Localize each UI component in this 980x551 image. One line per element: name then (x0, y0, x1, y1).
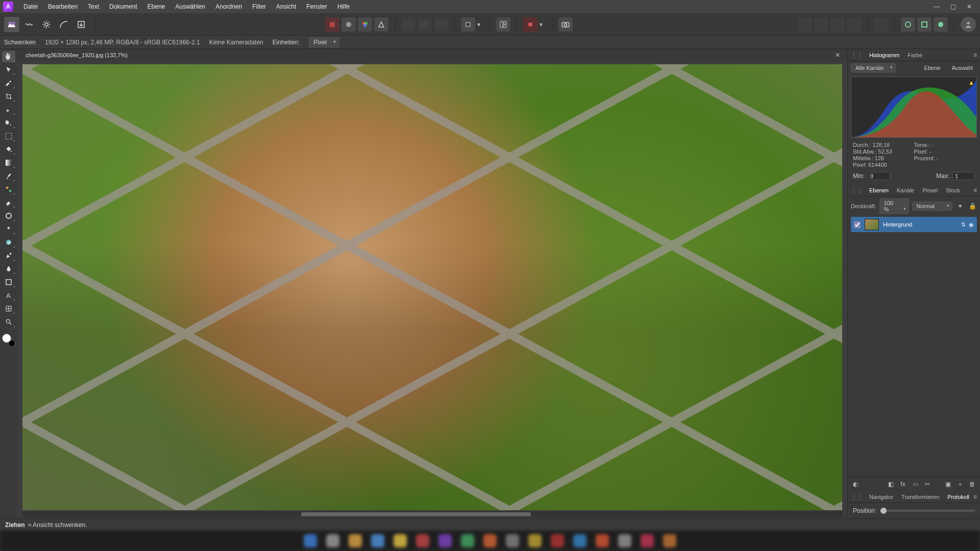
delete-layer-icon[interactable]: 🗑 (968, 480, 977, 489)
tool-flood-fill[interactable] (2, 144, 15, 155)
fx-icon[interactable]: fx (898, 480, 908, 489)
document-tab-close-icon[interactable]: ✕ (831, 52, 844, 59)
auto-whitebalance-icon[interactable] (374, 17, 388, 32)
tool-marquee[interactable] (2, 131, 15, 142)
history-slider[interactable] (880, 510, 975, 512)
document-tab[interactable]: cheetah-g3635066ee_1920.jpg (132,7%) (20, 51, 133, 60)
tab-color[interactable]: Farbe (903, 51, 926, 60)
opacity-input[interactable]: 100 % (879, 198, 909, 214)
tool-gradient[interactable] (2, 157, 15, 168)
histogram-scope-selection[interactable]: Auswahl (947, 64, 977, 72)
persona-develop[interactable] (39, 17, 54, 32)
window-minimize-icon[interactable]: — (932, 3, 941, 10)
tab-brushes[interactable]: Pinsel (918, 186, 942, 195)
layer-fx-icon[interactable]: ✦ (955, 202, 965, 211)
tool-move[interactable] (2, 64, 15, 76)
tab-stock[interactable]: Stock (942, 186, 964, 195)
tool-paint-brush[interactable] (2, 170, 15, 182)
tool-mesh-warp[interactable] (2, 303, 15, 314)
panel-menu-icon[interactable]: ≡ (973, 187, 977, 194)
tool-clone[interactable] (2, 223, 15, 235)
window-close-icon[interactable]: ✕ (965, 3, 974, 10)
menu-ebene[interactable]: Ebene (142, 1, 170, 12)
tool-pen[interactable] (2, 250, 15, 261)
align-right-icon[interactable] (830, 17, 845, 32)
window-maximize-icon[interactable]: ▢ (948, 3, 958, 10)
account-icon[interactable] (961, 17, 976, 32)
menu-dokument[interactable]: Dokument (104, 1, 142, 12)
quickmask-dropdown-icon[interactable]: ▾ (477, 21, 483, 28)
toggle-preview-icon[interactable] (523, 17, 537, 32)
panel-menu-icon[interactable]: ≡ (973, 493, 977, 500)
tool-smudge[interactable] (2, 263, 15, 274)
tool-pixel[interactable] (2, 184, 15, 195)
menu-datei[interactable]: Datei (18, 1, 43, 12)
persona-photo[interactable] (4, 17, 19, 32)
menu-bearbeiten[interactable]: Bearbeiten (43, 1, 83, 12)
snapshot-icon[interactable] (558, 17, 573, 32)
menu-hilfe[interactable]: Hilfe (332, 1, 355, 12)
canvas[interactable] (22, 64, 842, 510)
panel-grip-icon[interactable]: ⋮⋮ (851, 493, 863, 500)
color-swatch[interactable] (2, 334, 15, 347)
persona-tonemap[interactable] (56, 17, 71, 32)
align-left-icon[interactable] (798, 17, 812, 32)
layer-row[interactable]: Hintergrund ⇅ ◉ (851, 217, 977, 232)
align-center-icon[interactable] (814, 17, 828, 32)
histogram-min-input[interactable] (868, 172, 890, 180)
selection-sampler-icon[interactable] (325, 17, 339, 32)
selection-new-icon[interactable] (401, 17, 415, 32)
align-top-icon[interactable] (847, 17, 861, 32)
tab-histogram[interactable]: Histogramm (865, 51, 903, 60)
tab-navigator[interactable]: Navigator (865, 492, 897, 502)
selection-subtract-icon[interactable] (434, 17, 448, 32)
quickmask-icon[interactable] (461, 17, 475, 32)
tool-color-picker[interactable] (2, 78, 15, 89)
units-dropdown[interactable]: Pixel (309, 37, 339, 47)
auto-colors-icon[interactable] (358, 17, 372, 32)
panel-grip-icon[interactable]: ⋮⋮ (851, 187, 863, 194)
arrange-icon[interactable] (496, 17, 510, 32)
menu-fenster[interactable]: Fenster (301, 1, 332, 12)
tool-text[interactable]: A (2, 290, 15, 301)
layer-visibility-checkbox[interactable] (854, 221, 861, 228)
crop-layer-icon[interactable]: ✂ (923, 480, 932, 489)
link-icon-2[interactable] (917, 17, 932, 32)
scrollbar-horizontal[interactable] (22, 511, 842, 517)
histogram-scope-layer[interactable]: Ebene (920, 64, 945, 72)
tool-flood-select[interactable] (2, 117, 15, 129)
histogram-max-input[interactable] (952, 172, 975, 180)
tab-channels[interactable]: Kanäle (893, 186, 918, 195)
auto-contrast-icon[interactable] (341, 17, 356, 32)
os-taskbar[interactable] (0, 531, 980, 551)
adjustment-icon[interactable]: ◧ (886, 480, 895, 489)
tool-erase-brush[interactable] (2, 197, 15, 208)
tool-view-hand[interactable] (2, 51, 15, 62)
layer-link-icon[interactable]: ⇅ (961, 221, 966, 228)
extra-align-icon[interactable] (874, 17, 888, 32)
menu-filter[interactable]: Filter (247, 1, 271, 12)
histogram-channel-dropdown[interactable]: Alle Kanäle (851, 63, 896, 72)
tab-history[interactable]: Protokoll (943, 492, 973, 502)
layer-visible-icon[interactable]: ◉ (969, 221, 974, 228)
mask-layer-icon[interactable]: ◐ (851, 480, 860, 489)
tool-crop[interactable] (2, 91, 15, 102)
tab-transform[interactable]: Transformieren (897, 492, 943, 502)
tool-dodge[interactable] (2, 210, 15, 221)
selection-add-icon[interactable] (418, 17, 432, 32)
menu-anordnen[interactable]: Anordnen (210, 1, 247, 12)
panel-grip-icon[interactable]: ⋮⋮ (851, 52, 863, 59)
persona-export[interactable] (74, 17, 89, 32)
toggle-preview-dropdown-icon[interactable]: ▾ (540, 21, 546, 28)
blend-mode-dropdown[interactable]: Normal (912, 202, 952, 211)
link-icon-3[interactable] (934, 17, 948, 32)
clipping-warning-icon[interactable]: ▲ (968, 79, 974, 86)
persona-liquify[interactable] (21, 17, 37, 32)
link-icon-1[interactable] (901, 17, 915, 32)
group-icon[interactable]: ▣ (943, 480, 952, 489)
menu-auswaehlen[interactable]: Auswählen (170, 1, 210, 12)
add-layer-icon[interactable]: ＋ (955, 480, 965, 489)
menu-text[interactable]: Text (83, 1, 104, 12)
tab-layers[interactable]: Ebenen (865, 186, 893, 195)
tool-selection-brush[interactable] (2, 104, 15, 115)
